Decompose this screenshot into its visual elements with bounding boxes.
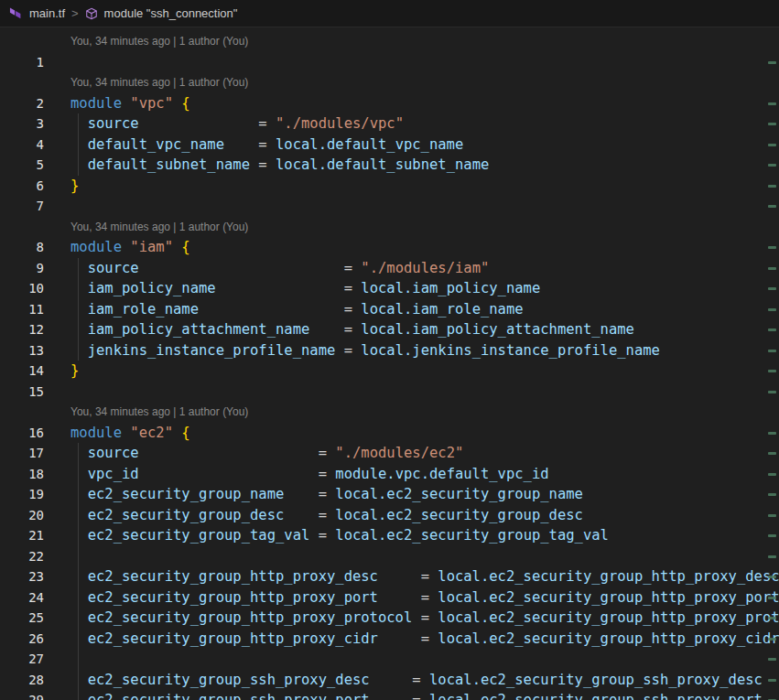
line-number[interactable]: 29	[0, 690, 44, 700]
overview-ruler[interactable]	[766, 27, 779, 700]
code-line[interactable]: 8module "iam" {	[0, 237, 779, 258]
code-token	[70, 342, 88, 359]
line-number[interactable]: 27	[0, 649, 44, 670]
code-token	[70, 115, 88, 132]
code-token	[70, 280, 88, 296]
line-number[interactable]: 5	[0, 155, 44, 176]
line-number[interactable]: 4	[0, 135, 44, 156]
code-line[interactable]: 17 source = "./modules/ec2"	[0, 443, 779, 464]
code-line[interactable]: 12 iam_policy_attachment_name = local.ia…	[0, 319, 779, 340]
code-token	[122, 239, 130, 255]
overview-ruler-mark	[768, 432, 776, 435]
line-number[interactable]: 19	[0, 484, 44, 505]
overview-ruler-mark	[768, 267, 776, 270]
overview-ruler-mark	[768, 185, 776, 188]
code-line[interactable]: 16module "ec2" {	[0, 423, 779, 444]
code-token: =	[258, 136, 276, 153]
code-line[interactable]: 22	[0, 546, 779, 567]
line-number[interactable]: 6	[0, 176, 44, 197]
breadcrumb-symbol[interactable]: module "ssh_connection"	[104, 6, 238, 20]
code-token: =	[412, 692, 429, 700]
line-number[interactable]: 21	[0, 525, 44, 546]
code-line[interactable]: 19 ec2_security_group_name = local.ec2_s…	[0, 484, 779, 505]
code-token	[378, 630, 421, 647]
code-line[interactable]: 28 ec2_security_group_ssh_proxy_desc = l…	[0, 670, 779, 691]
breadcrumb-file[interactable]: main.tf	[29, 6, 65, 20]
line-number[interactable]: 26	[0, 629, 44, 650]
codelens-annotation[interactable]: You, 34 minutes ago | 1 author (You)	[70, 217, 248, 238]
indent-guide	[78, 258, 79, 279]
code-line[interactable]: 7	[0, 196, 779, 217]
code-text: vpc_id = module.vpc.default_vpc_id	[70, 464, 549, 485]
code-line[interactable]: 26 ec2_security_group_http_proxy_cidr = …	[0, 629, 779, 650]
code-line[interactable]: 20 ec2_security_group_desc = local.ec2_s…	[0, 505, 779, 526]
indent-guide	[78, 608, 79, 629]
code-token: "ec2"	[130, 425, 173, 441]
code-line[interactable]: 1	[0, 52, 779, 73]
line-number[interactable]: 7	[0, 196, 44, 217]
code-line[interactable]: 23 ec2_security_group_http_proxy_desc = …	[0, 566, 779, 587]
line-number[interactable]: 8	[0, 237, 44, 258]
terraform-icon	[9, 6, 23, 20]
code-line[interactable]: 10 iam_policy_name = local.iam_policy_na…	[0, 278, 779, 299]
code-token: module	[70, 239, 122, 255]
indent-guide	[78, 340, 79, 361]
code-line[interactable]: 11 iam_role_name = local.iam_role_name	[0, 299, 779, 320]
codelens-annotation[interactable]: You, 34 minutes ago | 1 author (You)	[70, 31, 248, 52]
line-number[interactable]: 12	[0, 319, 44, 340]
line-number[interactable]: 14	[0, 361, 44, 382]
code-line[interactable]: 3 source = "./modules/vpc"	[0, 113, 779, 135]
code-line[interactable]: 4 default_vpc_name = local.default_vpc_n…	[0, 135, 779, 156]
codelens-annotation[interactable]: You, 34 minutes ago | 1 author (You)	[70, 402, 248, 423]
code-text: source = "./modules/vpc"	[70, 113, 404, 135]
code-token: =	[258, 115, 276, 132]
code-line[interactable]: 5 default_subnet_name = local.default_su…	[0, 155, 779, 176]
code-token: =	[319, 445, 336, 461]
code-token: local.ec2_security_group_name	[335, 486, 583, 502]
code-line[interactable]: 15	[0, 382, 779, 403]
overview-ruler-mark	[768, 638, 776, 641]
line-number[interactable]: 24	[0, 587, 44, 608]
code-token: =	[412, 672, 429, 688]
line-number[interactable]: 15	[0, 382, 44, 403]
overview-ruler-mark	[768, 328, 776, 331]
codelens-annotation[interactable]: You, 34 minutes ago | 1 author (You)	[70, 72, 248, 93]
code-line[interactable]: 27	[0, 649, 779, 670]
line-number[interactable]: 23	[0, 566, 44, 587]
line-number[interactable]: 13	[0, 340, 44, 361]
line-number[interactable]: 20	[0, 505, 44, 526]
indent-guide	[78, 629, 79, 650]
code-line[interactable]: 21 ec2_security_group_tag_val = local.ec…	[0, 525, 779, 546]
line-number[interactable]: 22	[0, 546, 44, 567]
overview-ruler-mark	[768, 123, 776, 125]
line-number[interactable]: 17	[0, 443, 44, 464]
code-line[interactable]: 9 source = "./modules/iam"	[0, 258, 779, 279]
line-number[interactable]: 2	[0, 93, 44, 114]
overview-ruler-mark	[768, 391, 776, 393]
code-line[interactable]: 29 ec2_security_group_ssh_proxy_port = l…	[0, 690, 779, 700]
line-number[interactable]: 18	[0, 464, 44, 485]
code-text: }	[70, 361, 79, 382]
code-line[interactable]: 24 ec2_security_group_http_proxy_port = …	[0, 587, 779, 608]
code-line[interactable]: 13 jenkins_instance_profile_name = local…	[0, 340, 779, 361]
code-token: local.jenkins_instance_profile_name	[361, 342, 660, 359]
line-number[interactable]: 25	[0, 608, 44, 629]
line-number[interactable]: 9	[0, 258, 44, 279]
code-token	[70, 527, 88, 544]
line-number[interactable]: 16	[0, 423, 44, 444]
code-line[interactable]: 6}	[0, 176, 779, 197]
line-number[interactable]: 28	[0, 670, 44, 691]
line-number[interactable]: 1	[0, 52, 44, 73]
code-line[interactable]: 14}	[0, 361, 779, 382]
code-editor[interactable]: You, 34 minutes ago | 1 author (You)1You…	[0, 27, 779, 700]
line-number[interactable]: 11	[0, 299, 44, 320]
overview-ruler-mark	[768, 576, 776, 578]
line-number[interactable]: 3	[0, 113, 44, 135]
code-line[interactable]: 25 ec2_security_group_http_proxy_protoco…	[0, 608, 779, 629]
code-text: default_subnet_name = local.default_subn…	[70, 155, 489, 176]
code-line[interactable]: 18 vpc_id = module.vpc.default_vpc_id	[0, 464, 779, 485]
code-line[interactable]: 2module "vpc" {	[0, 93, 779, 114]
line-number[interactable]: 10	[0, 278, 44, 299]
indent-guide	[78, 299, 79, 320]
code-token	[70, 321, 88, 338]
